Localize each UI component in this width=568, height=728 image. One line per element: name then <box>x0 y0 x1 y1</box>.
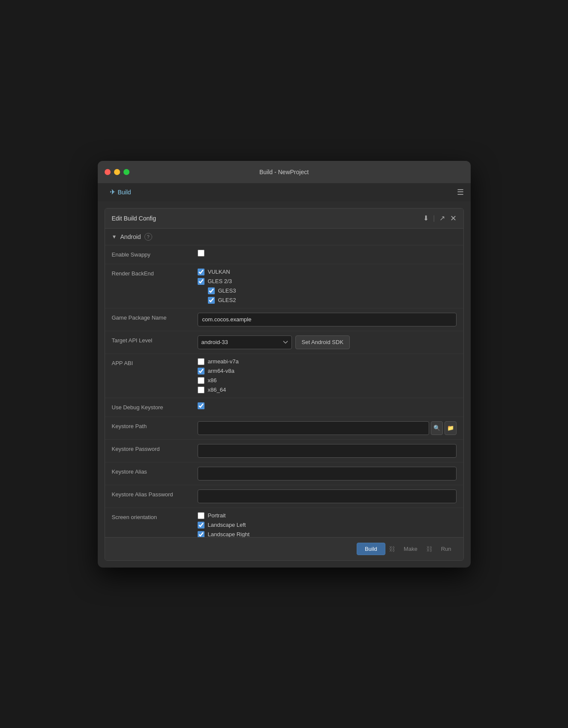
enable-swappy-checkbox[interactable] <box>198 250 204 257</box>
target-api-level-select[interactable]: android-33 android-32 android-31 android… <box>198 335 292 349</box>
maximize-traffic-light[interactable] <box>123 169 129 175</box>
keystore-alias-password-row: Keystore Alias Password <box>105 485 463 508</box>
keystore-alias-control <box>198 467 457 480</box>
landscape-left-checkbox[interactable] <box>198 522 204 529</box>
keystore-path-wrapper: 🔍 📁 <box>198 421 457 435</box>
game-package-name-input[interactable] <box>198 313 457 326</box>
build-link-icon[interactable]: ⛓ <box>389 545 395 553</box>
target-api-level-row: Target API Level android-33 android-32 a… <box>105 331 463 354</box>
keystore-alias-password-input[interactable] <box>198 489 457 503</box>
build-tab[interactable]: ✈ Build <box>105 185 136 199</box>
landscape-left-label: Landscape Left <box>208 522 246 528</box>
app-abi-control: armeabi-v7a arm64-v8a x86 x86_64 <box>198 358 457 393</box>
gles2-label: GLES2 <box>218 297 236 303</box>
portrait-checkbox-item: Portrait <box>198 512 457 519</box>
armeabi-v7a-checkbox[interactable] <box>198 358 204 365</box>
x86-64-label: x86_64 <box>208 387 226 393</box>
target-api-level-dropdown-row: android-33 android-32 android-31 android… <box>198 335 457 349</box>
use-debug-keystore-row: Use Debug Keystore <box>105 398 463 417</box>
portrait-checkbox[interactable] <box>198 512 204 519</box>
keystore-password-label: Keystore Password <box>112 444 198 453</box>
tab-bar: ✈ Build ☰ <box>98 183 471 201</box>
game-package-name-control <box>198 313 457 326</box>
use-debug-keystore-checkbox[interactable] <box>198 402 204 409</box>
minimize-traffic-light[interactable] <box>114 169 120 175</box>
build-button[interactable]: Build <box>357 543 385 555</box>
build-tab-label: Build <box>118 189 131 196</box>
keystore-path-label: Keystore Path <box>112 421 198 430</box>
make-button[interactable]: Make <box>399 543 423 555</box>
target-api-level-control: android-33 android-32 android-31 android… <box>198 335 457 349</box>
landscape-right-checkbox[interactable] <box>198 531 204 537</box>
keystore-path-folder-button[interactable]: 📁 <box>445 421 457 435</box>
screen-orientation-label: Screen orientation <box>112 512 198 521</box>
vulkan-checkbox[interactable] <box>198 269 204 275</box>
keystore-path-search-button[interactable]: 🔍 <box>431 421 443 435</box>
use-debug-keystore-control <box>198 402 457 409</box>
render-backend-row: Render BackEnd VULKAN GLES 2/3 GLES3 <box>105 264 463 308</box>
run-button[interactable]: Run <box>436 543 457 555</box>
portrait-label: Portrait <box>208 512 226 519</box>
divider-icon: | <box>433 214 435 222</box>
keystore-alias-input[interactable] <box>198 467 457 480</box>
landscape-right-checkbox-item: Landscape Right <box>198 531 457 537</box>
keystore-password-input[interactable] <box>198 444 457 458</box>
android-section-title: Android <box>120 233 141 240</box>
enable-swappy-control <box>198 250 457 257</box>
render-backend-label: Render BackEnd <box>112 269 198 278</box>
gles23-checkbox-item: GLES 2/3 <box>198 278 457 285</box>
landscape-left-checkbox-item: Landscape Left <box>198 522 457 529</box>
target-api-level-label: Target API Level <box>112 335 198 344</box>
x86-checkbox-item: x86 <box>198 377 457 384</box>
set-android-sdk-button[interactable]: Set Android SDK <box>295 335 350 349</box>
hamburger-menu[interactable]: ☰ <box>457 187 464 197</box>
keystore-password-control <box>198 444 457 458</box>
use-debug-keystore-label: Use Debug Keystore <box>112 402 198 411</box>
make-link-icon[interactable]: ⛓ <box>426 545 433 553</box>
vulkan-label: VULKAN <box>208 269 230 275</box>
enable-swappy-label: Enable Swappy <box>112 250 198 259</box>
render-backend-control: VULKAN GLES 2/3 GLES3 GLES2 <box>198 269 457 304</box>
screen-orientation-control: Portrait Landscape Left Landscape Right <box>198 512 457 537</box>
gles2-checkbox[interactable] <box>208 297 215 304</box>
use-debug-keystore-checkbox-item <box>198 402 457 409</box>
gles2-checkbox-item: GLES2 <box>198 297 457 304</box>
x86-64-checkbox-item: x86_64 <box>198 387 457 393</box>
keystore-alias-password-control <box>198 489 457 503</box>
x86-64-checkbox[interactable] <box>198 387 204 393</box>
android-help-icon[interactable]: ? <box>144 233 152 241</box>
enable-swappy-row: Enable Swappy <box>105 245 463 264</box>
armeabi-v7a-label: armeabi-v7a <box>208 358 239 365</box>
build-tab-icon: ✈ <box>110 188 115 196</box>
android-section-header: ▼ Android ? <box>105 229 463 245</box>
keystore-alias-row: Keystore Alias <box>105 462 463 485</box>
main-window: Build - NewProject ✈ Build ☰ Edit Build … <box>98 161 471 568</box>
panel-title: Edit Build Config <box>112 215 156 222</box>
close-traffic-light[interactable] <box>105 169 111 175</box>
main-panel: Edit Build Config ⬇ | ↗ ✕ ▼ Android ? En… <box>105 208 464 561</box>
gles23-checkbox[interactable] <box>198 278 204 285</box>
form-content: Enable Swappy Render BackEnd VULKAN <box>105 245 463 537</box>
app-abi-row: APP ABI armeabi-v7a arm64-v8a x86 <box>105 354 463 398</box>
import-icon[interactable]: ⬇ <box>423 214 429 222</box>
window-title: Build - NewProject <box>259 169 309 175</box>
app-abi-label: APP ABI <box>112 358 198 367</box>
gles3-checkbox-item: GLES3 <box>198 287 457 294</box>
game-package-name-label: Game Package Name <box>112 313 198 322</box>
gles3-checkbox[interactable] <box>208 287 215 294</box>
keystore-password-row: Keystore Password <box>105 440 463 462</box>
title-bar: Build - NewProject <box>98 161 471 183</box>
gles23-label: GLES 2/3 <box>208 278 232 284</box>
arm64-v8a-checkbox[interactable] <box>198 368 204 375</box>
keystore-path-input[interactable] <box>198 421 429 435</box>
vulkan-checkbox-item: VULKAN <box>198 269 457 275</box>
android-chevron-icon[interactable]: ▼ <box>112 234 117 240</box>
game-package-name-row: Game Package Name <box>105 308 463 331</box>
arm64-v8a-label: arm64-v8a <box>208 368 234 374</box>
close-button[interactable]: ✕ <box>450 214 457 223</box>
gles3-label: GLES3 <box>218 287 236 294</box>
screen-orientation-row: Screen orientation Portrait Landscape Le… <box>105 508 463 537</box>
export-icon[interactable]: ↗ <box>439 214 445 222</box>
x86-checkbox[interactable] <box>198 377 204 384</box>
panel-header-icons: ⬇ | ↗ <box>423 214 445 222</box>
